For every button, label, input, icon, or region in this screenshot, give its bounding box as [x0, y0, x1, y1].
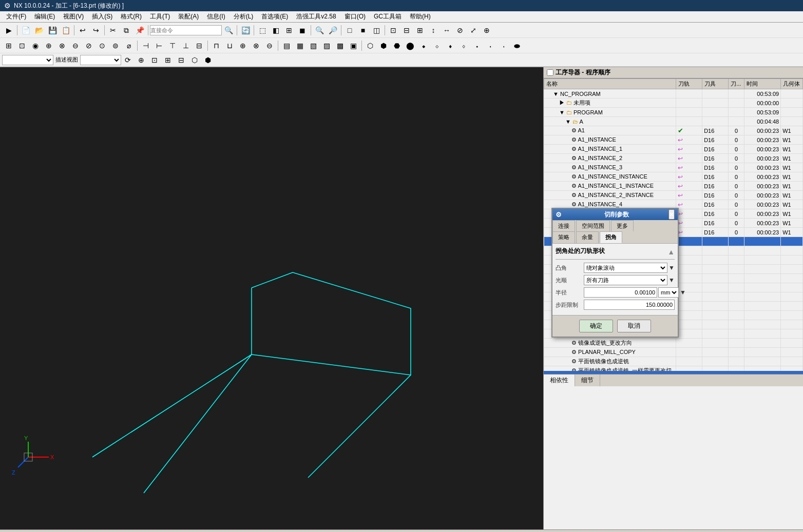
tb2-31[interactable]: ⬥ [417, 40, 430, 52]
table-row[interactable]: ⚙ 镜像成逆铣_更改方向 [544, 339, 803, 348]
menu-edit[interactable]: 编辑(E) [30, 11, 59, 22]
tb2-17[interactable]: ⊔ [223, 40, 236, 52]
tb-view4[interactable]: ◼ [296, 24, 309, 36]
tb2-33[interactable]: ⬧ [444, 40, 456, 52]
menu-haoqiang[interactable]: 浩强工具v2.58 [292, 11, 340, 22]
tab-margin[interactable]: 余量 [576, 231, 599, 243]
tb-edges[interactable]: ◫ [370, 24, 383, 36]
tb3-fit[interactable]: ⊞ [162, 54, 174, 66]
dialog-close-button[interactable]: × [668, 209, 675, 220]
tb-paste[interactable]: 📌 [133, 24, 146, 36]
tb2-11[interactable]: ⊣ [140, 40, 152, 52]
menu-assembly[interactable]: 装配(A) [174, 11, 203, 22]
tb3-orient[interactable]: ⊡ [148, 54, 161, 66]
tb-view3[interactable]: ⊞ [283, 24, 295, 36]
tab-corner[interactable]: 拐角 [600, 231, 622, 243]
tb3-points[interactable]: ⊟ [175, 54, 187, 66]
tb2-18[interactable]: ⊕ [237, 40, 249, 52]
tb-rotate[interactable]: 🔄 [239, 24, 252, 36]
table-row[interactable]: ▼ NC_PROGRAM 00:53:09 [544, 89, 803, 98]
table-row[interactable]: ⚙ A1_INSTANCE_2 ↩ D160 00:00:23 W1 [544, 154, 803, 163]
tb2-24[interactable]: ▨ [320, 40, 333, 52]
view-select[interactable] [80, 55, 121, 65]
tb2-14[interactable]: ⊥ [180, 40, 192, 52]
tb2-9[interactable]: ⊚ [109, 40, 122, 52]
tb-view2[interactable]: ◧ [270, 24, 282, 36]
table-row[interactable]: ⚙ A1_INSTANCE_1_INSTANCE ↩ D160 00:00:23… [544, 182, 803, 191]
menu-view[interactable]: 视图(V) [59, 11, 88, 22]
tb3-cube2[interactable]: ⬢ [202, 54, 214, 66]
tb2-30[interactable]: ⬤ [404, 40, 416, 52]
tb2-22[interactable]: ▦ [294, 40, 306, 52]
tb-redo[interactable]: ↪ [90, 24, 102, 36]
tb2-29[interactable]: ⬣ [391, 40, 403, 52]
tb2-27[interactable]: ⬡ [364, 40, 376, 52]
convex-select[interactable]: 绕对象滚动 [584, 263, 667, 273]
tb-more1[interactable]: ⊡ [387, 24, 399, 36]
menu-gc[interactable]: GC工具箱 [370, 11, 406, 22]
menu-file[interactable]: 文件(F) [2, 11, 30, 22]
tb2-16[interactable]: ⊓ [210, 40, 222, 52]
tb-more6[interactable]: ⊘ [454, 24, 466, 36]
tb2-25[interactable]: ▩ [334, 40, 346, 52]
tb2-26[interactable]: ▣ [347, 40, 359, 52]
work-piece-select[interactable] [2, 55, 53, 65]
tb-zoom-in[interactable]: 🔍 [313, 24, 326, 36]
table-row[interactable]: ⚙ A1_INSTANCE ↩ D160 00:00:23 W1 [544, 135, 803, 145]
menu-help[interactable]: 帮助(H) [406, 11, 435, 22]
tab-strategy[interactable]: 策略 [552, 231, 575, 243]
tb-more3[interactable]: ⊞ [414, 24, 426, 36]
tb-more2[interactable]: ⊟ [400, 24, 413, 36]
tab-space[interactable]: 空间范围 [576, 220, 610, 231]
table-row[interactable]: ⚙ 平面铣镜像也成逆铣 [544, 357, 803, 366]
menu-prefs[interactable]: 首选项(E) [257, 11, 292, 22]
radius-input[interactable] [584, 287, 657, 298]
menu-insert[interactable]: 插入(S) [88, 11, 117, 22]
tb-more7[interactable]: ⤢ [467, 24, 480, 36]
tb2-32[interactable]: ⬦ [431, 40, 443, 52]
table-row[interactable]: ▶ 🗀 未用项 00:00:00 [544, 98, 803, 108]
table-row[interactable]: ▼ 🗁 A 00:04:48 [544, 117, 803, 126]
table-row[interactable]: ⚙ A1_INSTANCE_INSTANCE ↩ D160 00:00:23 W… [544, 172, 803, 182]
radius-unit-select[interactable]: mm [658, 287, 679, 298]
table-row[interactable]: ⚙ A1_INSTANCE_1 ↩ D160 00:00:23 W1 [544, 145, 803, 154]
tb-shade[interactable]: ■ [357, 24, 369, 36]
dialog-title-bar[interactable]: ⚙ 切削参数 × [552, 209, 678, 220]
search-input[interactable] [150, 25, 222, 35]
tab-dependency[interactable]: 相依性 [544, 375, 575, 386]
dialog-cancel-button[interactable]: 取消 [617, 320, 651, 332]
tb2-2[interactable]: ⊡ [16, 40, 28, 52]
tb2-15[interactable]: ⊟ [193, 40, 205, 52]
nav-checkbox[interactable] [547, 69, 553, 76]
menu-info[interactable]: 信息(I) [203, 11, 229, 22]
table-row[interactable]: ⚙ A1_INSTANCE_3 ↩ D160 00:00:23 W1 [544, 163, 803, 172]
tb2-13[interactable]: ⊤ [166, 40, 179, 52]
tb2-34[interactable]: ⬨ [457, 40, 470, 52]
table-row[interactable]: ▼ 🗀 PROGRAM 00:53:09 [544, 108, 803, 117]
tb2-12[interactable]: ⊢ [153, 40, 165, 52]
tb-wire[interactable]: □ [343, 24, 356, 36]
table-row[interactable]: ⚙ A1 ✔ D160 00:00:23 W1 [544, 126, 803, 135]
tb3-cube[interactable]: ⬡ [188, 54, 201, 66]
tb-zoom-out[interactable]: 🔎 [327, 24, 339, 36]
tb-search[interactable]: 🔍 [222, 24, 235, 36]
tb-copy[interactable]: ⧉ [120, 24, 132, 36]
tb-more4[interactable]: ↕ [427, 24, 439, 36]
tb2-3[interactable]: ◉ [29, 40, 42, 52]
tb2-8[interactable]: ⊙ [96, 40, 108, 52]
menu-tools[interactable]: 工具(T) [146, 11, 174, 22]
smooth-select[interactable]: 所有刀路 [584, 275, 667, 285]
tb-more5[interactable]: ↔ [441, 24, 453, 36]
tb2-23[interactable]: ▧ [307, 40, 319, 52]
tb2-28[interactable]: ⬢ [377, 40, 390, 52]
tb2-7[interactable]: ⊘ [83, 40, 95, 52]
tb2-1[interactable]: ⊞ [3, 40, 15, 52]
tb-save[interactable]: 💾 [46, 24, 59, 36]
tb2-6[interactable]: ⊖ [69, 40, 82, 52]
tb-view1[interactable]: ⬚ [256, 24, 269, 36]
tb3-snap[interactable]: ⊕ [135, 54, 147, 66]
menu-analyze[interactable]: 分析(L) [230, 11, 258, 22]
menu-format[interactable]: 格式(R) [117, 11, 146, 22]
tb2-38[interactable]: ⬬ [511, 40, 523, 52]
tb2-20[interactable]: ⊖ [263, 40, 276, 52]
